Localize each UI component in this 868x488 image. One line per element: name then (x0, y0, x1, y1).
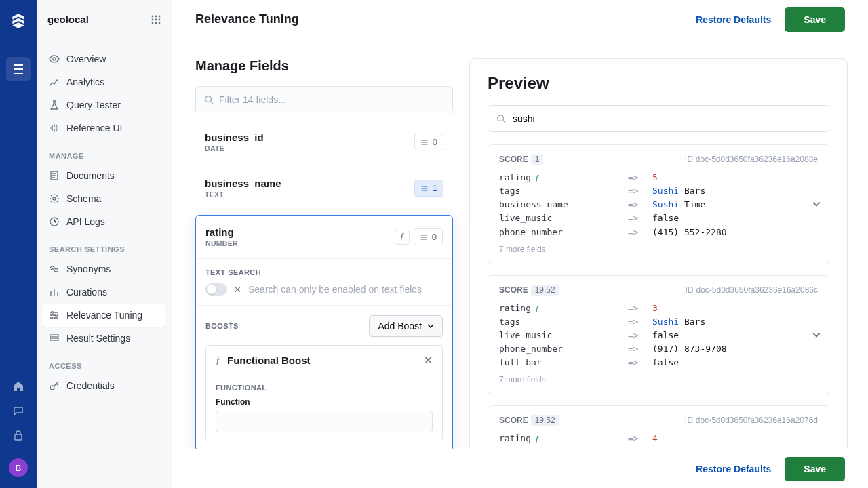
filter-fields-box[interactable] (195, 86, 453, 113)
result-key: ratingƒ (499, 432, 628, 445)
add-boost-button[interactable]: Add Boost (369, 315, 443, 337)
field-row-business-name[interactable]: business_name TEXT 1 (195, 165, 453, 211)
chat-icon[interactable] (6, 399, 31, 423)
field-name: business_name (205, 178, 414, 189)
nav-relevance-tuning[interactable]: Relevance Tuning (43, 304, 165, 327)
svg-point-20 (205, 96, 212, 102)
result-key: tags (499, 315, 628, 329)
svg-point-9 (159, 22, 161, 24)
doc-id: IDdoc-5d0d3650fa36236e16a2076d (685, 415, 818, 425)
filter-fields-input[interactable] (219, 94, 444, 105)
svg-point-16 (53, 317, 55, 319)
arrow: => (628, 198, 652, 211)
documents-icon (49, 170, 60, 181)
result-key: phone_number (499, 226, 628, 239)
sparkle-icon (49, 123, 60, 134)
svg-point-1 (152, 15, 154, 17)
sliders-icon (420, 138, 429, 146)
result-fields: ratingƒ=>5tags=>Sushi Barsbusiness_name=… (499, 171, 818, 239)
apps-icon[interactable] (151, 15, 161, 24)
boost-count-badge: 1 (414, 180, 443, 197)
home-icon[interactable] (6, 374, 31, 399)
field-row-business-id[interactable]: business_id DATE 0 (195, 119, 453, 165)
doc-id: IDdoc-5d0d3650fa36236e16a2088e (685, 155, 818, 164)
boost-title: Functional Boost (227, 354, 417, 366)
result-key: phone_number (499, 342, 628, 356)
svg-point-7 (152, 22, 154, 24)
chevron-down-icon[interactable] (812, 331, 821, 339)
restore-defaults-link-bottom[interactable]: Restore Defaults (696, 464, 771, 474)
nav-reference-ui[interactable]: Reference UI (43, 117, 165, 140)
result-key: ratingƒ (499, 302, 628, 315)
nav-label: Curations (66, 287, 107, 298)
results-icon (49, 333, 60, 344)
sidebar-header: geolocal (37, 0, 172, 39)
score-label: SCORE1 (499, 155, 543, 164)
arrow: => (628, 184, 652, 198)
function-select[interactable] (216, 411, 433, 432)
arrow: => (628, 226, 652, 239)
save-button-bottom[interactable]: Save (785, 457, 845, 481)
field-type: DATE (205, 144, 414, 152)
svg-point-12 (53, 197, 56, 200)
svg-point-21 (498, 115, 504, 121)
arrow: => (628, 302, 652, 315)
restore-defaults-link[interactable]: Restore Defaults (696, 14, 771, 25)
svg-point-3 (159, 15, 161, 17)
nav-label: Query Tester (66, 100, 121, 110)
nav-schema[interactable]: Schema (43, 187, 165, 210)
nav-query-tester[interactable]: Query Tester (43, 94, 165, 117)
function-icon: ƒ (395, 230, 410, 245)
arrow: => (628, 356, 652, 369)
chevron-down-icon (427, 323, 434, 329)
nav-section-search: SEARCH SETTINGS (43, 233, 165, 258)
nav-synonyms[interactable]: Synonyms (43, 258, 165, 281)
menu-toggle[interactable] (6, 57, 31, 81)
nav-label: Credentials (66, 380, 115, 391)
functional-label: FUNCTIONAL (216, 384, 433, 392)
more-fields: 7 more fields (499, 245, 818, 254)
nav-overview[interactable]: Overview (43, 47, 165, 70)
nav-label: Schema (66, 193, 101, 204)
score-label: SCORE19.52 (499, 285, 559, 295)
preview-panel: Preview SCORE1 IDdoc-5d0d3650fa36236e16a… (469, 58, 848, 488)
svg-rect-18 (50, 338, 58, 340)
boosts-label: BOOSTS (205, 322, 239, 330)
nav-analytics[interactable]: Analytics (43, 70, 165, 94)
product-logo[interactable] (9, 12, 27, 30)
nav-documents[interactable]: Documents (43, 164, 165, 187)
preview-search-box[interactable] (488, 105, 829, 132)
curations-icon (49, 287, 60, 298)
field-row-rating[interactable]: rating NUMBER ƒ 0 (196, 216, 452, 258)
save-button[interactable]: Save (785, 7, 845, 32)
close-icon[interactable]: ✕ (424, 354, 433, 367)
nav-section-manage: MANAGE (43, 140, 165, 164)
field-name: rating (205, 226, 395, 238)
nav-curations[interactable]: Curations (43, 281, 165, 304)
arrow: => (628, 329, 652, 342)
nav-label: Documents (66, 170, 115, 181)
nav-credentials[interactable]: Credentials (43, 374, 165, 397)
nav-api-logs[interactable]: API Logs (43, 210, 165, 233)
result-key: full_bar (499, 356, 628, 369)
nav-rail: B (0, 0, 37, 488)
topbar: Relevance Tuning Restore Defaults Save (172, 0, 868, 39)
result-key: business_name (499, 198, 628, 211)
nav-label: Overview (66, 54, 106, 64)
lock-icon[interactable] (6, 423, 31, 447)
nav-label: API Logs (66, 216, 105, 227)
chevron-down-icon[interactable] (812, 200, 821, 208)
sliders-icon (420, 184, 429, 192)
more-fields: 7 more fields (499, 375, 818, 384)
result-key: live_music (499, 211, 628, 225)
result-card: SCORE1 IDdoc-5d0d3650fa36236e16a2088e ra… (488, 144, 829, 264)
svg-point-8 (155, 22, 157, 24)
user-avatar[interactable]: B (9, 458, 28, 477)
function-label: Function (216, 397, 433, 407)
nav-section-access: ACCESS (43, 350, 165, 374)
nav-label: Relevance Tuning (66, 310, 142, 321)
svg-rect-17 (50, 335, 58, 337)
preview-search-input[interactable] (513, 113, 821, 124)
nav-result-settings[interactable]: Result Settings (43, 327, 165, 350)
score-label: SCORE19.52 (499, 415, 559, 425)
